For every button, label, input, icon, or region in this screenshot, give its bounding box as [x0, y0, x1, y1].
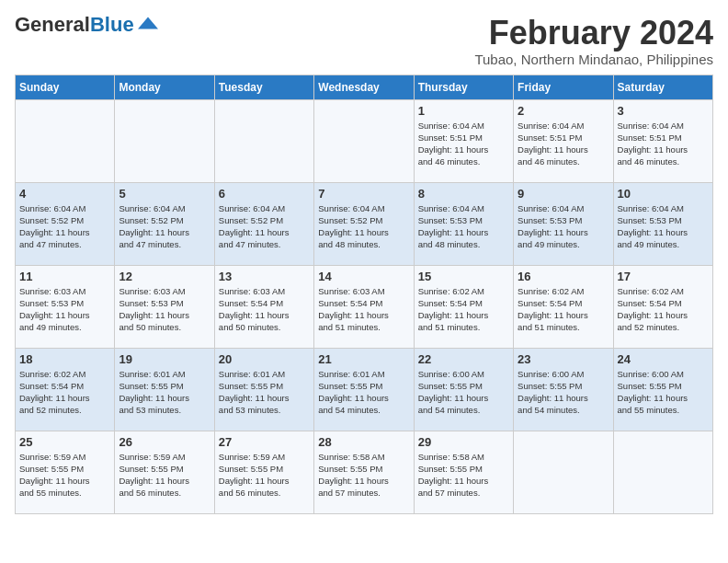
day-info: Sunrise: 5:59 AM Sunset: 5:55 PM Dayligh… — [219, 451, 310, 500]
calendar-body: 1Sunrise: 6:04 AM Sunset: 5:51 PM Daylig… — [16, 99, 713, 513]
page-header: GeneralBlue February 2024 Tubao, Norther… — [15, 15, 713, 67]
day-number: 26 — [119, 435, 210, 449]
day-number: 21 — [318, 352, 409, 366]
day-number: 24 — [618, 352, 709, 366]
weekday-header-friday: Friday — [514, 75, 613, 99]
calendar-cell: 26Sunrise: 5:59 AM Sunset: 5:55 PM Dayli… — [115, 431, 214, 513]
day-info: Sunrise: 6:01 AM Sunset: 5:55 PM Dayligh… — [119, 368, 210, 417]
calendar-cell: 12Sunrise: 6:03 AM Sunset: 5:53 PM Dayli… — [115, 265, 214, 348]
calendar-week-row: 11Sunrise: 6:03 AM Sunset: 5:53 PM Dayli… — [16, 265, 713, 348]
day-number: 29 — [418, 435, 509, 449]
day-info: Sunrise: 6:04 AM Sunset: 5:52 PM Dayligh… — [318, 202, 409, 251]
day-info: Sunrise: 6:04 AM Sunset: 5:51 PM Dayligh… — [518, 120, 609, 168]
day-number: 14 — [318, 270, 409, 283]
calendar-week-row: 1Sunrise: 6:04 AM Sunset: 5:51 PM Daylig… — [16, 99, 713, 182]
day-info: Sunrise: 6:01 AM Sunset: 5:55 PM Dayligh… — [318, 368, 409, 417]
calendar-cell: 8Sunrise: 6:04 AM Sunset: 5:53 PM Daylig… — [414, 182, 513, 265]
calendar-cell: 21Sunrise: 6:01 AM Sunset: 5:55 PM Dayli… — [314, 348, 414, 431]
day-info: Sunrise: 6:04 AM Sunset: 5:53 PM Dayligh… — [518, 202, 609, 251]
day-number: 10 — [618, 187, 709, 201]
day-number: 8 — [418, 187, 509, 201]
calendar-cell: 18Sunrise: 6:02 AM Sunset: 5:54 PM Dayli… — [16, 348, 115, 431]
day-info: Sunrise: 6:04 AM Sunset: 5:52 PM Dayligh… — [119, 202, 210, 251]
day-info: Sunrise: 6:03 AM Sunset: 5:53 PM Dayligh… — [19, 285, 110, 334]
day-number: 3 — [618, 104, 709, 118]
day-number: 13 — [219, 270, 310, 283]
calendar-cell: 2Sunrise: 6:04 AM Sunset: 5:51 PM Daylig… — [514, 99, 613, 182]
calendar-cell: 9Sunrise: 6:04 AM Sunset: 5:53 PM Daylig… — [514, 182, 613, 265]
weekday-header-sunday: Sunday — [16, 75, 115, 99]
day-info: Sunrise: 5:58 AM Sunset: 5:55 PM Dayligh… — [418, 451, 509, 500]
calendar-cell: 11Sunrise: 6:03 AM Sunset: 5:53 PM Dayli… — [16, 265, 115, 348]
calendar-cell: 29Sunrise: 5:58 AM Sunset: 5:55 PM Dayli… — [414, 431, 513, 513]
calendar-cell: 13Sunrise: 6:03 AM Sunset: 5:54 PM Dayli… — [214, 265, 313, 348]
calendar-cell — [16, 99, 115, 182]
day-number: 4 — [19, 187, 110, 201]
calendar-cell: 5Sunrise: 6:04 AM Sunset: 5:52 PM Daylig… — [115, 182, 214, 265]
day-info: Sunrise: 5:58 AM Sunset: 5:55 PM Dayligh… — [318, 451, 409, 500]
day-number: 27 — [219, 435, 310, 449]
logo-general: General — [15, 13, 90, 36]
calendar-cell: 22Sunrise: 6:00 AM Sunset: 5:55 PM Dayli… — [414, 348, 513, 431]
weekday-header-thursday: Thursday — [414, 75, 513, 99]
logo-blue: Blue — [90, 13, 134, 36]
day-number: 12 — [119, 270, 210, 283]
calendar-cell — [314, 99, 414, 182]
calendar-cell: 27Sunrise: 5:59 AM Sunset: 5:55 PM Dayli… — [214, 431, 313, 513]
day-info: Sunrise: 6:04 AM Sunset: 5:51 PM Dayligh… — [618, 120, 709, 168]
day-info: Sunrise: 6:02 AM Sunset: 5:54 PM Dayligh… — [19, 368, 110, 417]
logo-arrow-icon — [138, 17, 158, 29]
calendar-cell — [214, 99, 313, 182]
calendar-cell: 1Sunrise: 6:04 AM Sunset: 5:51 PM Daylig… — [414, 99, 513, 182]
day-number: 23 — [518, 352, 609, 366]
calendar-cell: 3Sunrise: 6:04 AM Sunset: 5:51 PM Daylig… — [613, 99, 712, 182]
day-info: Sunrise: 5:59 AM Sunset: 5:55 PM Dayligh… — [119, 451, 210, 500]
calendar-cell: 14Sunrise: 6:03 AM Sunset: 5:54 PM Dayli… — [314, 265, 414, 348]
location: Tubao, Northern Mindanao, Philippines — [474, 52, 713, 67]
calendar-cell: 24Sunrise: 6:00 AM Sunset: 5:55 PM Dayli… — [613, 348, 712, 431]
day-info: Sunrise: 6:03 AM Sunset: 5:54 PM Dayligh… — [219, 285, 310, 334]
calendar-cell: 15Sunrise: 6:02 AM Sunset: 5:54 PM Dayli… — [414, 265, 513, 348]
day-info: Sunrise: 5:59 AM Sunset: 5:55 PM Dayligh… — [19, 451, 110, 500]
day-info: Sunrise: 6:00 AM Sunset: 5:55 PM Dayligh… — [518, 368, 609, 417]
calendar-cell: 7Sunrise: 6:04 AM Sunset: 5:52 PM Daylig… — [314, 182, 414, 265]
day-info: Sunrise: 6:02 AM Sunset: 5:54 PM Dayligh… — [618, 285, 709, 334]
calendar-cell: 20Sunrise: 6:01 AM Sunset: 5:55 PM Dayli… — [214, 348, 313, 431]
day-info: Sunrise: 6:04 AM Sunset: 5:52 PM Dayligh… — [19, 202, 110, 251]
calendar-week-row: 18Sunrise: 6:02 AM Sunset: 5:54 PM Dayli… — [16, 348, 713, 431]
calendar-cell: 17Sunrise: 6:02 AM Sunset: 5:54 PM Dayli… — [613, 265, 712, 348]
day-info: Sunrise: 6:00 AM Sunset: 5:55 PM Dayligh… — [418, 368, 509, 417]
day-number: 22 — [418, 352, 509, 366]
weekday-header-tuesday: Tuesday — [214, 75, 313, 99]
calendar-cell: 23Sunrise: 6:00 AM Sunset: 5:55 PM Dayli… — [514, 348, 613, 431]
day-number: 5 — [119, 187, 210, 201]
day-info: Sunrise: 6:04 AM Sunset: 5:51 PM Dayligh… — [418, 120, 509, 168]
day-info: Sunrise: 6:04 AM Sunset: 5:52 PM Dayligh… — [219, 202, 310, 251]
day-number: 18 — [19, 352, 110, 366]
month-year: February 2024 — [474, 15, 713, 52]
day-info: Sunrise: 6:02 AM Sunset: 5:54 PM Dayligh… — [518, 285, 609, 334]
title-block: February 2024 Tubao, Northern Mindanao, … — [474, 15, 713, 67]
logo: GeneralBlue — [15, 15, 158, 35]
day-number: 2 — [518, 104, 609, 118]
day-info: Sunrise: 6:01 AM Sunset: 5:55 PM Dayligh… — [219, 368, 310, 417]
logo-text: GeneralBlue — [15, 15, 134, 35]
calendar-table: SundayMondayTuesdayWednesdayThursdayFrid… — [15, 75, 713, 514]
day-number: 17 — [618, 270, 709, 283]
weekday-header-saturday: Saturday — [613, 75, 712, 99]
day-number: 9 — [518, 187, 609, 201]
day-number: 19 — [119, 352, 210, 366]
calendar-cell — [514, 431, 613, 513]
calendar-cell: 19Sunrise: 6:01 AM Sunset: 5:55 PM Dayli… — [115, 348, 214, 431]
day-info: Sunrise: 6:04 AM Sunset: 5:53 PM Dayligh… — [418, 202, 509, 251]
calendar-cell: 6Sunrise: 6:04 AM Sunset: 5:52 PM Daylig… — [214, 182, 313, 265]
day-number: 25 — [19, 435, 110, 449]
calendar-cell: 4Sunrise: 6:04 AM Sunset: 5:52 PM Daylig… — [16, 182, 115, 265]
day-number: 7 — [318, 187, 409, 201]
calendar-week-row: 25Sunrise: 5:59 AM Sunset: 5:55 PM Dayli… — [16, 431, 713, 513]
day-number: 28 — [318, 435, 409, 449]
calendar-cell — [115, 99, 214, 182]
calendar-cell: 10Sunrise: 6:04 AM Sunset: 5:53 PM Dayli… — [613, 182, 712, 265]
day-number: 15 — [418, 270, 509, 283]
weekday-header-wednesday: Wednesday — [314, 75, 414, 99]
